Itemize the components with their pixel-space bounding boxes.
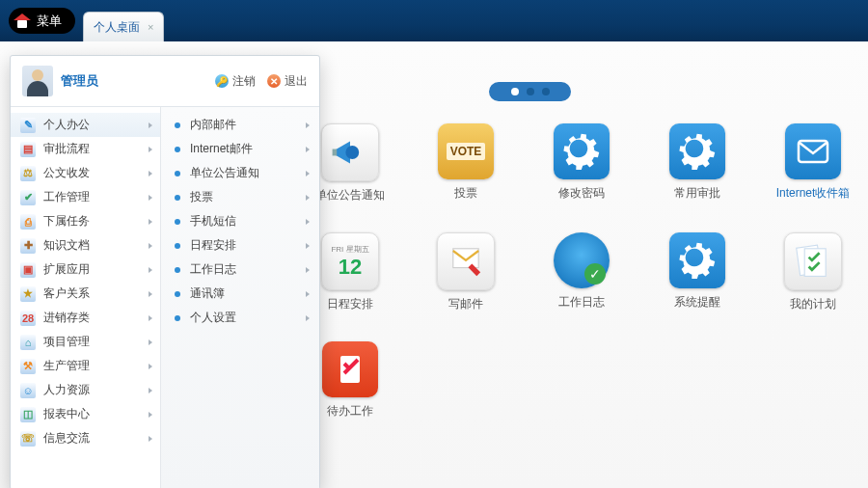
submodule-label: 通讯簿 <box>190 285 225 302</box>
submodule-item-5[interactable]: 日程安排 <box>161 233 319 258</box>
module-icon: ⚖ <box>20 166 36 181</box>
module-item-11[interactable]: ☺人力资源 <box>11 378 160 402</box>
desktop-pager[interactable] <box>489 82 571 101</box>
module-icon: 28 <box>20 311 36 326</box>
shortcut-label: 写邮件 <box>448 296 483 312</box>
tab-personal-desktop[interactable]: 个人桌面 × <box>83 12 164 41</box>
shortcut-label: 单位公告通知 <box>315 187 385 203</box>
module-item-2[interactable]: ⚖公文收发 <box>11 161 160 185</box>
pager-dot-1[interactable] <box>511 88 519 95</box>
logout-label: 注销 <box>232 73 256 90</box>
module-icon: ✚ <box>20 238 36 254</box>
module-item-10[interactable]: ⚒生产管理 <box>11 354 160 378</box>
submodule-label: 投票 <box>190 189 213 205</box>
module-icon: ★ <box>20 286 36 302</box>
shortcut-envelope-4[interactable]: Internet收件箱 <box>779 123 847 203</box>
submodule-item-3[interactable]: 投票 <box>161 185 319 209</box>
user-name: 管理员 <box>61 72 203 90</box>
chevron-right-icon <box>149 195 152 201</box>
submodule-item-0[interactable]: 内部邮件 <box>161 113 319 137</box>
menu-button-label: 菜单 <box>37 13 62 30</box>
submodule-label: 内部邮件 <box>190 117 236 133</box>
shortcut-label: 系统提醒 <box>674 294 720 311</box>
module-item-6[interactable]: ▣扩展应用 <box>11 258 160 282</box>
chevron-right-icon <box>306 122 310 128</box>
chevron-right-icon <box>306 243 310 249</box>
shortcut-vote-1[interactable]: VOTE投票 <box>432 123 500 203</box>
pager-dot-3[interactable] <box>542 88 550 95</box>
shortcut-gear-2[interactable]: 修改密码 <box>548 123 615 203</box>
chevron-right-icon <box>149 243 152 249</box>
module-label: 个人办公 <box>43 117 90 133</box>
module-item-5[interactable]: ✚知识文档 <box>11 233 160 258</box>
chevron-right-icon <box>149 122 152 128</box>
submodule-item-2[interactable]: 单位公告通知 <box>161 161 319 185</box>
module-icon: ⎙ <box>20 214 36 230</box>
submodule-item-1[interactable]: Internet邮件 <box>161 137 319 161</box>
module-label: 信息交流 <box>43 430 90 447</box>
top-bar: 菜单 个人桌面 × <box>0 0 868 41</box>
tab-close-icon[interactable]: × <box>148 21 153 33</box>
shortcut-label: Internet收件箱 <box>776 185 851 202</box>
chevron-right-icon <box>149 291 152 297</box>
module-label: 扩展应用 <box>43 261 90 278</box>
shortcut-plan-4[interactable]: 我的计划 <box>779 232 847 312</box>
module-item-3[interactable]: ✔工作管理 <box>11 185 160 209</box>
module-label: 公文收发 <box>43 165 90 181</box>
chevron-right-icon <box>306 267 310 273</box>
shortcut-label: 待办工作 <box>327 403 373 420</box>
module-item-0[interactable]: ✎个人办公 <box>11 113 160 137</box>
shortcut-label: 工作日志 <box>558 294 605 311</box>
module-item-8[interactable]: 28进销存类 <box>11 306 160 330</box>
shortcut-label: 修改密码 <box>558 185 605 202</box>
module-item-12[interactable]: ◫报表中心 <box>11 402 160 426</box>
module-label: 人力资源 <box>43 382 90 398</box>
home-icon <box>14 13 31 30</box>
module-icon: ✎ <box>20 118 36 133</box>
shortcut-todo-0[interactable]: 待办工作 <box>316 341 384 420</box>
chevron-right-icon <box>149 315 152 321</box>
menu-button[interactable]: 菜单 <box>9 8 75 34</box>
module-item-1[interactable]: ▤审批流程 <box>11 137 160 161</box>
module-item-4[interactable]: ⎙下属任务 <box>11 209 160 233</box>
submodule-item-4[interactable]: 手机短信 <box>161 209 319 233</box>
chevron-right-icon <box>149 388 152 393</box>
chevron-right-icon <box>306 147 310 152</box>
module-label: 知识文档 <box>43 237 90 254</box>
chevron-right-icon <box>306 171 310 176</box>
chevron-right-icon <box>149 267 152 273</box>
pager-dot-2[interactable] <box>527 88 534 95</box>
submodule-item-7[interactable]: 通讯簿 <box>161 282 319 306</box>
submodule-item-8[interactable]: 个人设置 <box>161 306 319 330</box>
avatar <box>22 66 53 96</box>
shortcut-calendar-0[interactable]: FRI 星期五12日程安排 <box>316 232 384 312</box>
key-icon: 🔑 <box>215 74 229 88</box>
module-icon: ⌂ <box>20 335 36 350</box>
module-item-9[interactable]: ⌂项目管理 <box>11 330 160 354</box>
close-icon: ✕ <box>267 74 281 88</box>
shortcut-row-1: 单位公告通知VOTE投票修改密码常用审批Internet收件箱 <box>316 123 847 203</box>
submodule-label: 单位公告通知 <box>190 165 259 181</box>
module-icon: ⚒ <box>20 359 36 374</box>
chevron-right-icon <box>149 171 152 176</box>
exit-button[interactable]: ✕ 退出 <box>267 73 308 90</box>
logout-button[interactable]: 🔑 注销 <box>215 73 256 90</box>
submodule-list: 内部邮件Internet邮件单位公告通知投票手机短信日程安排工作日志通讯簿个人设… <box>161 107 319 488</box>
shortcut-megaphone-0[interactable]: 单位公告通知 <box>316 123 384 203</box>
shortcut-mail-write-1[interactable]: 写邮件 <box>432 232 500 312</box>
shortcut-disc-2[interactable]: ✓工作日志 <box>548 232 615 312</box>
module-label: 报表中心 <box>43 406 90 422</box>
shortcut-gear-3[interactable]: 常用审批 <box>664 123 731 203</box>
shortcut-label: 投票 <box>454 185 477 202</box>
shortcut-label: 我的计划 <box>790 296 836 312</box>
module-label: 审批流程 <box>43 141 90 157</box>
exit-label: 退出 <box>285 73 308 90</box>
submodule-item-6[interactable]: 工作日志 <box>161 258 319 282</box>
shortcut-gear-3[interactable]: 系统提醒 <box>664 232 731 312</box>
desktop-shortcuts: 单位公告通知VOTE投票修改密码常用审批Internet收件箱 FRI 星期五1… <box>316 123 847 420</box>
module-icon: ▤ <box>20 142 36 157</box>
main-menu-panel: 管理员 🔑 注销 ✕ 退出 ✎个人办公▤审批流程⚖公文收发✔工作管理⎙下属任务✚… <box>10 55 320 488</box>
module-label: 进销存类 <box>43 310 90 326</box>
module-item-13[interactable]: ☏信息交流 <box>11 426 160 450</box>
module-item-7[interactable]: ★客户关系 <box>11 282 160 306</box>
